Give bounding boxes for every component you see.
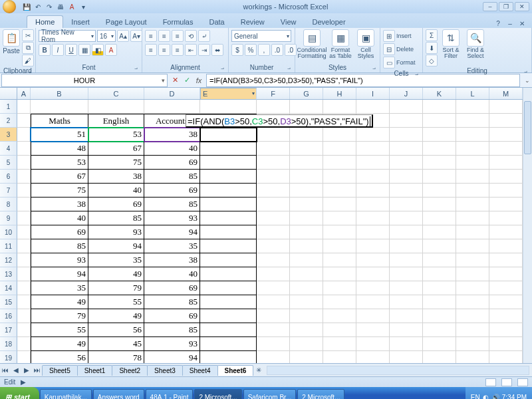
qat-more-icon[interactable]: ▾: [78, 1, 88, 12]
cell-K17[interactable]: [423, 323, 456, 337]
cell-K9[interactable]: [423, 211, 456, 225]
cell-L3[interactable]: [456, 128, 489, 142]
cell-B10[interactable]: 69: [31, 225, 88, 239]
cell-F9[interactable]: [257, 211, 290, 225]
cell-I5[interactable]: [356, 156, 390, 170]
cell-L9[interactable]: [456, 211, 489, 225]
cell-I9[interactable]: [356, 211, 390, 225]
enter-formula-icon[interactable]: ✓: [181, 74, 193, 86]
cell-K4[interactable]: [423, 142, 456, 156]
cell-G8[interactable]: [290, 198, 323, 211]
cell-D18[interactable]: 93: [144, 337, 200, 351]
fill-icon[interactable]: ⬇: [426, 42, 438, 54]
cell-J13[interactable]: [390, 267, 423, 281]
start-button[interactable]: ⊞start: [0, 387, 39, 399]
clock[interactable]: 7:34 PM: [502, 394, 527, 400]
cell-H17[interactable]: [323, 323, 356, 337]
cell-L10[interactable]: [456, 225, 489, 239]
cell-F5[interactable]: [257, 156, 290, 170]
cell-E18[interactable]: [200, 337, 257, 351]
cell-A19[interactable]: [17, 351, 31, 363]
taskbar-item[interactable]: 2 Microsoft...: [194, 389, 241, 399]
row-header[interactable]: 4: [0, 142, 17, 156]
taskbar-item[interactable]: 48A.1 - Paint: [146, 389, 194, 399]
office-button[interactable]: [3, 0, 16, 13]
sheet-tab-sheet1[interactable]: Sheet1: [77, 365, 113, 376]
cell-G16[interactable]: [290, 309, 323, 323]
cell-D6[interactable]: 85: [144, 170, 200, 184]
cell-A9[interactable]: [17, 211, 31, 225]
cell-D4[interactable]: 40: [144, 142, 200, 156]
cell-H15[interactable]: [323, 295, 356, 309]
page-layout-view-icon[interactable]: [501, 378, 512, 386]
taskbar-item[interactable]: Karunathilak...: [40, 389, 92, 399]
cell-M3[interactable]: [489, 128, 523, 142]
cell-B13[interactable]: 94: [31, 267, 88, 281]
cell-H9[interactable]: [323, 211, 356, 225]
redo-icon[interactable]: ↷: [44, 1, 55, 12]
sheet-tab-sheet2[interactable]: Sheet2: [112, 365, 148, 376]
tab-nav-last-icon[interactable]: ⏭: [32, 365, 43, 376]
cell-G17[interactable]: [290, 323, 323, 337]
cell-J5[interactable]: [390, 156, 423, 170]
cell-H14[interactable]: [323, 281, 356, 295]
expand-formula-bar-icon[interactable]: ⌄: [523, 77, 532, 84]
shrink-font-icon[interactable]: A▾: [130, 30, 142, 42]
cell-C13[interactable]: 49: [88, 267, 144, 281]
grow-font-icon[interactable]: A▴: [117, 30, 129, 42]
cell-C14[interactable]: 79: [88, 281, 144, 295]
cell-M7[interactable]: [489, 184, 523, 198]
cell-A10[interactable]: [17, 225, 31, 239]
cell-A18[interactable]: [17, 337, 31, 351]
cell-G18[interactable]: [290, 337, 323, 351]
cell-K13[interactable]: [423, 267, 456, 281]
cell-B2[interactable]: Maths: [31, 114, 88, 128]
cell-A5[interactable]: [17, 156, 31, 170]
cell-A2[interactable]: [17, 114, 31, 128]
cell-B19[interactable]: 56: [31, 351, 88, 363]
cell-M14[interactable]: [489, 281, 523, 295]
cell-F6[interactable]: [257, 170, 290, 184]
indent-inc-icon[interactable]: ⇥: [198, 44, 210, 56]
column-header-d[interactable]: D: [144, 88, 200, 99]
page-break-view-icon[interactable]: [517, 378, 528, 386]
cell-F18[interactable]: [257, 337, 290, 351]
cell-E17[interactable]: [200, 323, 257, 337]
align-top-icon[interactable]: ≡: [145, 30, 157, 42]
cell-I13[interactable]: [356, 267, 390, 281]
cell-M1[interactable]: [489, 100, 523, 114]
conditional-formatting-button[interactable]: ▤Conditional Formatting: [298, 29, 326, 59]
cell-A16[interactable]: [17, 309, 31, 323]
font-size-select[interactable]: 16: [97, 30, 116, 42]
cell-A6[interactable]: [17, 170, 31, 184]
cell-C10[interactable]: 93: [88, 225, 144, 239]
cell-B11[interactable]: 85: [31, 239, 88, 253]
cell-D1[interactable]: [144, 100, 200, 114]
column-header-c[interactable]: C: [88, 88, 144, 99]
cell-H5[interactable]: [323, 156, 356, 170]
cell-D11[interactable]: 35: [144, 239, 200, 253]
cell-B4[interactable]: 48: [31, 142, 88, 156]
cell-M5[interactable]: [489, 156, 523, 170]
cell-F3[interactable]: [257, 128, 290, 142]
cell-B17[interactable]: 55: [31, 323, 88, 337]
cell-G19[interactable]: [290, 351, 323, 363]
cell-J17[interactable]: [390, 323, 423, 337]
cell-M15[interactable]: [489, 295, 523, 309]
cell-C8[interactable]: 69: [88, 198, 144, 211]
vertical-scrollbar[interactable]: [523, 88, 532, 363]
row-header[interactable]: 13: [0, 267, 17, 281]
cell-B18[interactable]: 49: [31, 337, 88, 351]
fx-icon[interactable]: fx: [193, 74, 205, 86]
cell-J15[interactable]: [390, 295, 423, 309]
sort-filter-button[interactable]: ⇅Sort & Filter: [440, 29, 462, 59]
select-all-corner[interactable]: [0, 88, 17, 99]
ribbon-min-icon[interactable]: –: [505, 19, 515, 28]
cell-K14[interactable]: [423, 281, 456, 295]
cell-K15[interactable]: [423, 295, 456, 309]
cell-D16[interactable]: 69: [144, 309, 200, 323]
column-header-e[interactable]: E: [200, 88, 257, 100]
qat-icon[interactable]: A: [66, 1, 77, 12]
cell-G14[interactable]: [290, 281, 323, 295]
cell-D5[interactable]: 69: [144, 156, 200, 170]
